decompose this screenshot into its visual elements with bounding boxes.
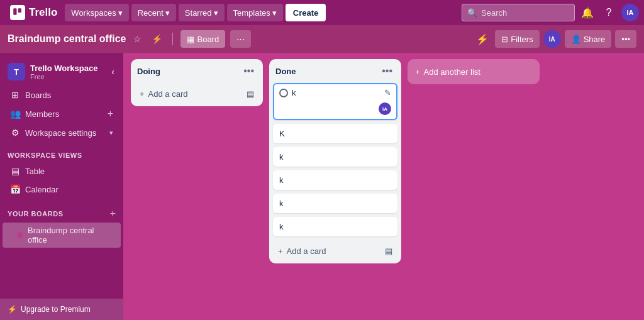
svg-rect-1 (18, 8, 21, 13)
board-content: Doing ••• + Add a card ▤ Done ••• (123, 53, 644, 320)
sidebar-item-boards[interactable]: ⊞ Boards (3, 86, 121, 104)
upgrade-icon: ⚡ (8, 305, 17, 314)
user-avatar[interactable]: IA (621, 4, 639, 21)
workspace-item[interactable]: T Trello Workspace Free ‹ (0, 58, 123, 86)
chevron-down-icon: ▾ (118, 8, 123, 18)
member-avatars: IA (543, 30, 561, 48)
list-doing: Doing ••• + Add a card ▤ (131, 59, 263, 106)
share-icon: 👤 (571, 35, 581, 44)
board-header: Braindump central office ☆ ⚡ ▦ Board ⋯ ⚡… (0, 25, 644, 53)
more-options-btn[interactable]: ••• (615, 30, 636, 48)
calendar-icon: 📅 (10, 184, 20, 194)
list-cards-done: k ✎ IA K k k k k (269, 83, 401, 240)
automation-btn[interactable]: ⚡ (149, 33, 165, 45)
workspace-name: Trello Workspace (30, 63, 105, 73)
board-icon: ▦ (187, 35, 194, 44)
your-boards-header: Your boards + (0, 203, 123, 222)
workspaces-btn[interactable]: Workspaces ▾ (65, 4, 128, 21)
list-more-btn[interactable]: ••• (241, 64, 257, 78)
add-icon: + (415, 67, 420, 77)
table-icon: ▤ (10, 166, 20, 176)
add-card-doing[interactable]: + Add a card ▤ (135, 86, 259, 102)
sidebar-item-table[interactable]: ▤ Table (3, 162, 121, 180)
card-text: k (279, 222, 284, 231)
board-title[interactable]: Braindump central office (8, 33, 126, 45)
workspace-avatar: T (8, 63, 25, 80)
add-icon: + (140, 89, 145, 99)
divider (172, 33, 173, 45)
star-btn[interactable]: ☆ (131, 33, 144, 45)
card-text: k (288, 88, 384, 97)
trello-logo-text: Trello (29, 6, 57, 19)
your-boards-section: Your boards + Braindump central office (0, 203, 123, 248)
card-text: k (279, 199, 284, 208)
sidebar-item-label: Table (25, 167, 113, 176)
topnav-right: 🔍 Search 🔔 ? IA (462, 4, 639, 21)
sidebar-collapse-btn[interactable]: ‹ (110, 65, 116, 78)
card-k-5[interactable]: k (273, 217, 397, 236)
list-title-done: Done (275, 67, 296, 76)
template-icon: ▤ (247, 89, 254, 99)
notifications-btn[interactable]: 🔔 (579, 4, 596, 21)
workspace-info: Trello Workspace Free (30, 63, 105, 80)
add-icon: + (278, 246, 283, 256)
add-member-icon[interactable]: + (108, 108, 113, 119)
add-list-btn[interactable]: + Add another list (408, 59, 540, 84)
templates-btn[interactable]: Templates ▾ (227, 4, 283, 21)
sidebar-item-workspace-settings[interactable]: ⚙ Workspace settings ▾ (3, 124, 121, 141)
board-item-label: Braindump central office (28, 226, 113, 245)
card-focused-inner: k ✎ (279, 88, 391, 97)
sidebar-item-members[interactable]: 👥 Members + (3, 104, 121, 123)
sidebar-item-calendar[interactable]: 📅 Calendar (3, 180, 121, 198)
trello-logo-icon (10, 5, 25, 20)
board-view-btn[interactable]: ▦ Board (180, 30, 225, 48)
view-more-btn[interactable]: ⋯ (230, 30, 251, 48)
sidebar: T Trello Workspace Free ‹ ⊞ Boards 👥 Mem… (0, 53, 123, 320)
card-text: K (279, 129, 285, 138)
member-avatar[interactable]: IA (543, 30, 561, 48)
workspace-plan: Free (30, 73, 105, 80)
members-icon: 👥 (10, 109, 20, 119)
sidebar-item-label: Members (25, 109, 103, 119)
sidebar-board-item[interactable]: Braindump central office (3, 223, 121, 248)
list-title-doing: Doing (137, 67, 160, 76)
add-card-done[interactable]: + Add a card ▤ (273, 243, 397, 260)
chevron-down-icon: ▾ (165, 8, 170, 18)
card-avatar: IA (379, 102, 391, 115)
svg-rect-0 (13, 8, 16, 15)
recent-btn[interactable]: Recent ▾ (131, 4, 176, 21)
sidebar-item-label: Workspace settings (25, 128, 104, 138)
app-body: T Trello Workspace Free ‹ ⊞ Boards 👥 Mem… (0, 53, 644, 320)
settings-icon: ⚙ (10, 128, 20, 138)
list-header-doing: Doing ••• (131, 59, 263, 83)
card-checkbox[interactable] (279, 89, 288, 97)
info-btn[interactable]: ? (600, 4, 618, 21)
card-k-3[interactable]: k (273, 170, 397, 190)
starred-btn[interactable]: Starred ▾ (179, 4, 225, 21)
edit-icon[interactable]: ✎ (384, 88, 391, 97)
card-text: k (279, 152, 284, 162)
chevron-down-icon: ▾ (109, 129, 113, 137)
power-btn[interactable]: ⚡ (474, 30, 491, 48)
chevron-down-icon: ▾ (272, 8, 277, 18)
add-board-btn[interactable]: + (110, 208, 116, 219)
board-header-right: ⚡ ⊟ Filters IA 👤 Share ••• (474, 30, 636, 48)
filter-icon: ⊟ (501, 35, 508, 44)
search-icon: 🔍 (467, 8, 477, 18)
create-btn[interactable]: Create (286, 4, 326, 21)
search-bar[interactable]: 🔍 Search (462, 4, 575, 21)
list-header-done: Done ••• (269, 59, 401, 83)
card-k-4[interactable]: k (273, 194, 397, 213)
card-text: k (279, 175, 284, 185)
topnav: Trello Workspaces ▾ Recent ▾ Starred ▾ T… (0, 0, 644, 25)
card-K[interactable]: K (273, 124, 397, 143)
card-k-2[interactable]: k (273, 147, 397, 167)
list-more-btn[interactable]: ••• (379, 64, 395, 78)
trello-logo[interactable]: Trello (5, 3, 62, 23)
workspace-views-header: Workspace views (0, 146, 123, 162)
share-btn[interactable]: 👤 Share (565, 30, 612, 48)
filter-btn[interactable]: ⊟ Filters (495, 30, 539, 48)
board-color-dot (18, 233, 23, 238)
card-k-focused[interactable]: k ✎ IA (273, 83, 397, 120)
upgrade-btn[interactable]: ⚡ Upgrade to Premium (0, 299, 123, 320)
